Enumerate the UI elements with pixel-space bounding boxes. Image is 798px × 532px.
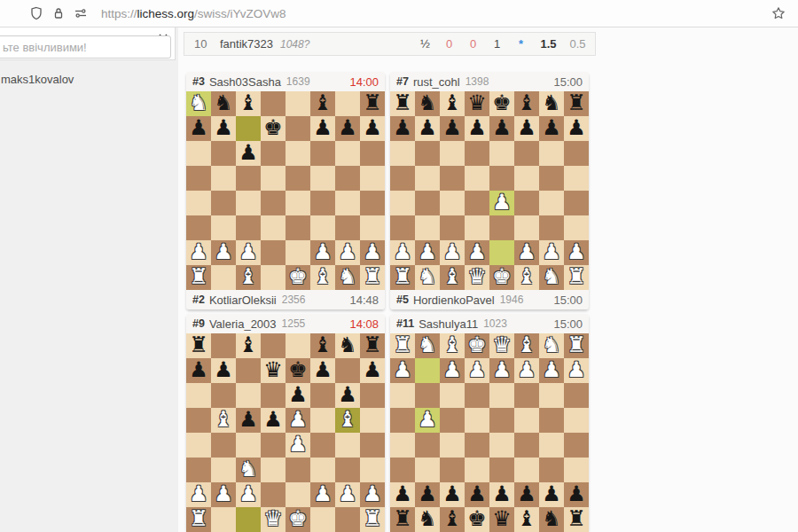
site-permissions-icon[interactable] [74,6,88,20]
chess-piece-bQ: ♛ [261,358,286,383]
player-name: Sash03Sasha [209,75,281,89]
address-bar[interactable]: https://lichess.org/swiss/iYvZOVw8 [101,7,286,20]
chess-piece-wN: ♞ [539,265,564,290]
board-square [286,458,310,482]
board-square [360,141,385,166]
board-square [539,383,564,408]
player-clock: 14:48 [349,293,379,307]
bookmark-star-icon[interactable] [771,6,786,20]
chess-piece-wR: ♜ [186,507,211,532]
board-square [390,408,415,433]
chess-piece-wP: ♟ [390,358,415,383]
chess-piece-wP: ♟ [286,433,310,458]
board-square [415,141,440,166]
game-card-2[interactable]: #7rust_cohl139815:00♜♞♝♛♚♝♞♜♟♟♟♟♟♟♟♟♟♟♟♟… [390,72,589,309]
chess-piece-wN: ♞ [186,91,211,116]
board-square: ♜ [390,507,415,532]
board-square [360,458,385,482]
standings-player[interactable]: fantik7323 [220,37,273,51]
standings-scores: ½ 0 0 1 * 1.5 0.5 [413,37,590,51]
spectator-name[interactable]: maks1kovalov [1,73,74,86]
board-square: ♝ [440,265,465,290]
board-square [465,433,489,458]
player-seed: #5 [396,293,409,306]
chess-piece-wB: ♝ [514,265,539,290]
board-square [514,458,539,482]
board-square: ♟ [335,482,360,507]
chess-piece-bR: ♜ [186,333,211,358]
board-square [236,191,261,215]
chess-board[interactable]: ♜♞♝♛♚♝♞♜♟♟♟♟♟♟♟♟♟♟♟♟♟♟♟♟♜♞♝♛♚♝♞♜ [390,91,589,290]
board-square [211,215,236,240]
chat-placeholder: ьте ввічливими! [3,41,87,54]
board-square [310,458,335,482]
chess-board[interactable]: ♜♞♝♚♛♝♞♜♟♟♟♟♟♟♟♟♟♟♟♟♟♟♟♟♜♞♝♚♛♝♞♜ [390,333,589,532]
chess-piece-bP: ♟ [310,358,335,383]
board-square: ♝ [236,91,261,116]
chess-piece-bP: ♟ [360,358,385,383]
board-square [211,458,236,482]
board-square [390,215,415,240]
board-square: ♝ [514,91,539,116]
chess-piece-wP: ♟ [360,482,385,507]
chess-board[interactable]: ♜♝♝♞♜♟♟♛♚♟♟♟♟♝♟♟♟♝♟♞♟♟♟♟♟♟♜♛♚♜ [186,333,385,532]
board-square: ♟ [465,116,489,141]
board-square: ♟ [415,240,440,265]
game-card-4[interactable]: #11Sashulya11102315:00♜♞♝♚♛♝♞♜♟♟♟♟♟♟♟♟♟♟… [390,314,589,532]
player-seed: #3 [192,75,205,88]
chess-piece-bP: ♟ [186,116,211,141]
board-square [440,141,465,166]
board-square [360,408,385,433]
chat-message-input[interactable]: ьте ввічливими! [0,35,171,59]
board-square: ♟ [286,383,310,408]
board-square: ♟ [390,358,415,383]
player-seed: #7 [396,75,409,88]
chess-piece-wR: ♜ [390,333,415,358]
url-host: lichess.org [137,7,195,20]
board-square: ♞ [186,91,211,116]
chess-piece-wN: ♞ [415,333,440,358]
chess-piece-bP: ♟ [186,358,211,383]
board-square [286,141,310,166]
board-square: ♚ [465,507,489,532]
chess-piece-wP: ♟ [186,240,211,265]
standings-row[interactable]: 10 fantik7323 1048? ½ 0 0 1 * 1.5 0.5 [184,32,596,56]
board-square: ♞ [539,265,564,290]
board-square: ♜ [186,507,211,532]
board-square [514,383,539,408]
board-square: ♟ [415,116,440,141]
board-square [236,358,261,383]
shield-icon[interactable] [29,6,43,20]
board-square [564,383,589,408]
board-square [465,408,489,433]
chess-piece-wP: ♟ [489,358,514,383]
chess-board[interactable]: ♞♞♝♝♜♟♟♚♟♟♟♟♟♟♟♟♟♟♜♝♚♝♞♜ [186,91,385,290]
chess-piece-bP: ♟ [360,116,385,141]
lock-icon[interactable] [51,6,66,20]
board-square: ♜ [360,507,385,532]
chess-piece-wP: ♟ [440,358,465,383]
total-points: 1.5 [536,37,560,51]
chess-piece-wP: ♟ [415,240,440,265]
board-square: ♞ [539,333,564,358]
board-square: ♛ [489,507,514,532]
board-square [514,166,539,191]
board-square [564,166,589,191]
chess-piece-bB: ♝ [440,507,465,532]
player-clock: 14:08 [349,317,379,331]
game-card-3[interactable]: #9Valeria_2003125514:08♜♝♝♞♜♟♟♛♚♟♟♟♟♝♟♟♟… [186,314,385,532]
board-square [261,482,286,507]
board-square [390,166,415,191]
chess-piece-bN: ♞ [539,507,564,532]
chess-piece-bN: ♞ [415,91,440,116]
chess-piece-bB: ♝ [440,91,465,116]
chess-piece-wQ: ♛ [465,265,489,290]
board-square: ♝ [440,91,465,116]
game-card-1[interactable]: #3Sash03Sasha163914:00♞♞♝♝♜♟♟♚♟♟♟♟♟♟♟♟♟♟… [186,72,385,309]
board-square [236,215,261,240]
board-square: ♝ [440,333,465,358]
board-square: ♟ [360,358,385,383]
chess-piece-wR: ♜ [564,333,589,358]
board-square [335,433,360,458]
board-square: ♟ [236,408,261,433]
